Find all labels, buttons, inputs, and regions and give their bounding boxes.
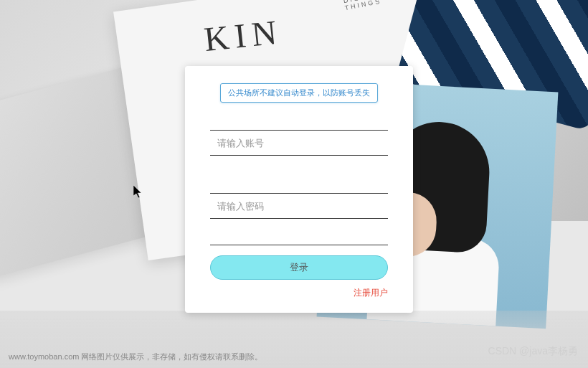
divider [210, 245, 388, 245]
watermark-right: CSDN @java李杨勇 [488, 345, 578, 358]
book-title: KIN [202, 11, 284, 59]
login-card: 公共场所不建议自动登录，以防账号丢失 登录 注册用户 [185, 66, 413, 313]
username-input[interactable] [210, 130, 388, 156]
register-link[interactable]: 注册用户 [210, 287, 388, 299]
warning-badge: 公共场所不建议自动登录，以防账号丢失 [220, 83, 378, 103]
watermark-left: www.toymoban.com 网络图片仅供展示，非存储，如有侵权请联系删除。 [9, 352, 262, 362]
login-button[interactable]: 登录 [210, 255, 388, 280]
password-input[interactable] [210, 193, 388, 219]
